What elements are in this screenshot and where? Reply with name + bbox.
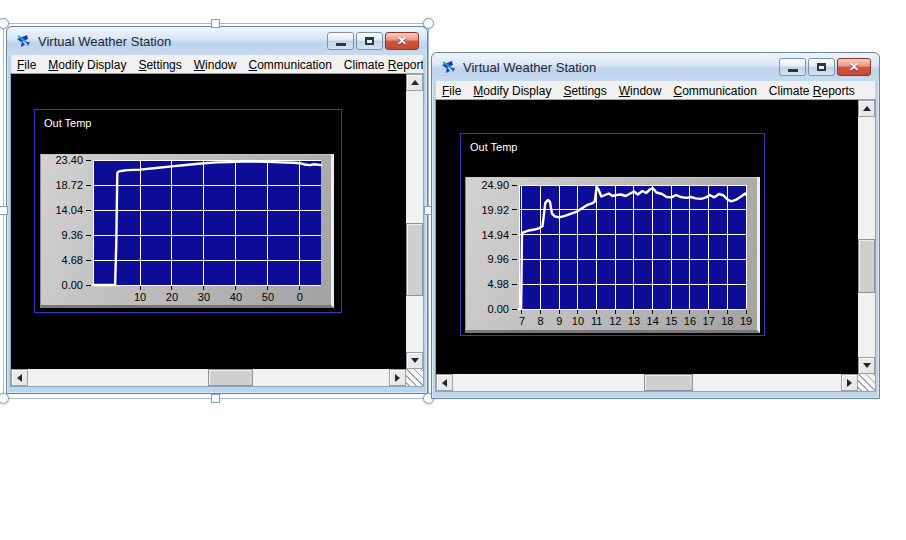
x-axis-label: 13 — [628, 315, 640, 327]
horizontal-scroll-thumb[interactable] — [208, 369, 253, 386]
minimize-button[interactable] — [779, 58, 806, 76]
y-axis-label: 9.96 — [488, 253, 509, 265]
titlebar[interactable]: Virtual Weather Station ✕ — [432, 53, 879, 81]
arrow-right-icon — [395, 374, 400, 382]
resize-grip[interactable] — [406, 369, 423, 386]
chart-title: Out Temp — [44, 117, 92, 129]
scroll-up-button[interactable] — [406, 74, 423, 91]
x-axis-label: 50 — [262, 291, 274, 303]
window-title: Virtual Weather Station — [38, 34, 171, 49]
x-axis-label: 15 — [665, 315, 677, 327]
vertical-scrollbar[interactable] — [406, 74, 423, 369]
plot-area — [93, 160, 321, 285]
page-canvas: { "colors": { "titlebar_frame": "#bcd4ec… — [0, 0, 906, 540]
minimize-icon — [788, 69, 798, 72]
chart-frame: 7891011121314151617181924.9019.9214.949.… — [465, 177, 760, 333]
scroll-down-button[interactable] — [858, 357, 875, 374]
chart-frame: 1020304050023.4018.7214.049.364.680.00 — [40, 154, 334, 308]
scroll-left-button[interactable] — [436, 374, 453, 391]
y-axis-label: 0.00 — [488, 303, 509, 315]
menu-modify-display[interactable]: Modify Display — [42, 57, 132, 73]
vertical-scroll-thumb[interactable] — [858, 239, 875, 293]
arrow-up-icon — [863, 106, 871, 111]
close-icon: ✕ — [397, 35, 407, 47]
chart-svg: 1020304050023.4018.7214.049.364.680.00 — [41, 155, 331, 305]
vertical-scrollbar[interactable] — [858, 100, 875, 374]
maximize-icon — [817, 63, 826, 71]
arrow-left-icon — [17, 374, 22, 382]
chart-panel: Out Temp 7891011121314151617181924.9019.… — [460, 133, 765, 336]
x-axis-label: 16 — [684, 315, 696, 327]
close-button[interactable]: ✕ — [837, 58, 871, 76]
chart-svg: 7891011121314151617181924.9019.9214.949.… — [466, 178, 757, 330]
menu-settings[interactable]: Settings — [557, 83, 612, 99]
selection-handle-mid-left[interactable] — [0, 206, 8, 215]
horizontal-scrollbar[interactable] — [11, 369, 406, 386]
menubar: File Modify Display Settings Window Comm… — [436, 81, 875, 100]
menu-file[interactable]: File — [11, 57, 42, 73]
menu-communication[interactable]: Communication — [242, 57, 337, 73]
menu-file[interactable]: File — [436, 83, 467, 99]
vertical-scroll-thumb[interactable] — [406, 223, 423, 296]
y-axis-label: 0.00 — [62, 279, 83, 291]
client-area: Out Temp 7891011121314151617181924.9019.… — [436, 100, 875, 391]
maximize-icon — [365, 37, 374, 45]
menu-window[interactable]: Window — [613, 83, 668, 99]
x-axis-label: 18 — [721, 315, 733, 327]
x-axis-label: 17 — [703, 315, 715, 327]
arrow-left-icon — [442, 379, 447, 387]
minimize-icon — [336, 43, 346, 46]
weather-station-window-2: Virtual Weather Station ✕ File Modify Di… — [431, 52, 880, 399]
menu-climate-reports[interactable]: Climate Reports — [763, 83, 861, 99]
scroll-right-button[interactable] — [389, 369, 406, 386]
arrow-down-icon — [411, 358, 419, 363]
x-axis-label: 7 — [519, 315, 525, 327]
y-axis-label: 23.40 — [55, 155, 83, 166]
menu-settings[interactable]: Settings — [132, 57, 187, 73]
arrow-down-icon — [863, 363, 871, 368]
app-icon — [16, 33, 32, 49]
close-button[interactable]: ✕ — [385, 32, 419, 50]
resize-grip[interactable] — [858, 374, 875, 391]
menu-climate-reports[interactable]: Climate Reports — [338, 57, 423, 73]
menu-communication[interactable]: Communication — [667, 83, 762, 99]
titlebar[interactable]: Virtual Weather Station ✕ — [7, 27, 427, 55]
horizontal-scrollbar[interactable] — [436, 374, 858, 391]
client-area: Out Temp 1020304050023.4018.7214.049.364… — [11, 74, 423, 386]
menu-window[interactable]: Window — [188, 57, 243, 73]
minimize-button[interactable] — [327, 32, 354, 50]
menu-modify-display[interactable]: Modify Display — [467, 83, 557, 99]
y-axis-label: 18.72 — [55, 179, 83, 191]
scroll-left-button[interactable] — [11, 369, 28, 386]
y-axis-label: 9.36 — [62, 229, 83, 241]
menubar: File Modify Display Settings Window Comm… — [11, 55, 423, 74]
selection-handle-top-right[interactable] — [423, 18, 434, 29]
arrow-up-icon — [411, 80, 419, 85]
x-axis-label: 19 — [740, 315, 752, 327]
plot-area — [519, 185, 746, 309]
x-axis-label: 30 — [198, 291, 210, 303]
scroll-down-button[interactable] — [406, 352, 423, 369]
y-axis-label: 19.92 — [481, 204, 509, 216]
selection-handle-top-center[interactable] — [211, 19, 220, 28]
maximize-button[interactable] — [356, 32, 383, 50]
scroll-right-button[interactable] — [841, 374, 858, 391]
maximize-button[interactable] — [808, 58, 835, 76]
x-axis-label: 20 — [166, 291, 178, 303]
x-axis-label: 11 — [591, 315, 602, 327]
selection-handle-bottom-center[interactable] — [211, 394, 220, 403]
horizontal-scroll-thumb[interactable] — [644, 374, 693, 391]
x-axis-label: 9 — [556, 315, 562, 327]
x-axis-label: 0 — [297, 291, 303, 303]
window-title: Virtual Weather Station — [463, 60, 596, 75]
scroll-up-button[interactable] — [858, 100, 875, 117]
x-axis-label: 40 — [230, 291, 242, 303]
y-axis-label: 14.04 — [55, 204, 83, 216]
app-icon — [441, 59, 457, 75]
close-icon: ✕ — [849, 61, 859, 73]
y-axis-label: 24.90 — [481, 179, 509, 191]
selection-handle-bottom-left[interactable] — [0, 393, 9, 404]
chart-panel: Out Temp 1020304050023.4018.7214.049.364… — [34, 109, 342, 313]
y-axis-label: 4.68 — [62, 254, 83, 266]
y-axis-label: 4.98 — [488, 278, 509, 290]
